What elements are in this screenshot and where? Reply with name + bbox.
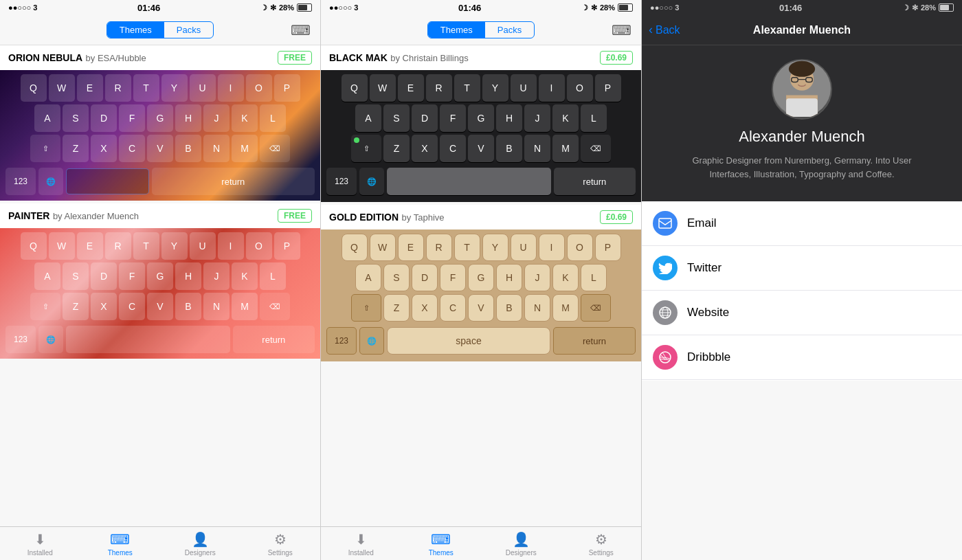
key-pn[interactable]: N — [203, 293, 230, 320]
key-dy[interactable]: Y — [482, 74, 508, 102]
key-gh[interactable]: H — [496, 264, 522, 291]
key-gs[interactable]: S — [383, 264, 410, 291]
key-b[interactable]: B — [175, 135, 201, 162]
key-dr[interactable]: R — [426, 74, 452, 102]
key-y[interactable]: Y — [161, 74, 188, 102]
key-pv[interactable]: V — [147, 293, 173, 320]
key-pb[interactable]: B — [175, 293, 201, 320]
theme-blackmak[interactable]: BLACK MAK by Christain Billings £0.69 Q … — [321, 45, 641, 202]
key-gp[interactable]: P — [595, 234, 621, 261]
key-db[interactable]: B — [496, 135, 522, 162]
tab-installed-1[interactable]: ⬇ Installed — [0, 527, 80, 560]
shift-d-key[interactable]: ⇧ — [351, 135, 381, 162]
key-g[interactable]: G — [147, 104, 173, 132]
segmented-control-1[interactable]: Themes Packs — [107, 21, 214, 38]
key-px[interactable]: X — [91, 293, 117, 320]
backspace-d-key[interactable]: ⌫ — [581, 135, 611, 162]
key-pq[interactable]: Q — [21, 232, 47, 260]
tab-settings-1[interactable]: ⚙ Settings — [240, 527, 321, 560]
key-dv[interactable]: V — [468, 135, 494, 162]
key-gbk[interactable]: B — [496, 294, 522, 322]
key-pj[interactable]: J — [203, 262, 230, 290]
key-w[interactable]: W — [49, 74, 75, 102]
key-gv[interactable]: V — [468, 294, 494, 322]
link-website[interactable]: Website — [642, 291, 962, 335]
key-gf[interactable]: F — [440, 264, 466, 291]
num-p-key[interactable]: 123 — [5, 326, 36, 353]
key-go[interactable]: O — [567, 234, 593, 261]
key-pt[interactable]: T — [133, 232, 159, 260]
num-d-key[interactable]: 123 — [326, 168, 357, 195]
num-g-key[interactable]: 123 — [326, 327, 357, 355]
key-ps[interactable]: S — [63, 262, 89, 290]
key-gj[interactable]: J — [524, 264, 550, 291]
key-gi[interactable]: I — [539, 234, 565, 261]
return-g-key[interactable]: return — [553, 327, 636, 355]
key-gt[interactable]: T — [454, 234, 480, 261]
key-du[interactable]: U — [511, 74, 537, 102]
key-ds[interactable]: S — [383, 104, 410, 132]
key-pl[interactable]: L — [260, 262, 286, 290]
key-v[interactable]: V — [147, 135, 173, 162]
shift-g-key[interactable]: ⇧ — [351, 294, 381, 322]
key-di[interactable]: I — [539, 74, 565, 102]
tab-designers-2[interactable]: 👤 Designers — [481, 527, 561, 560]
key-dg[interactable]: G — [468, 104, 494, 132]
return-p-key[interactable]: return — [233, 326, 315, 353]
key-de[interactable]: E — [398, 74, 424, 102]
key-dd[interactable]: D — [412, 104, 438, 132]
key-gx[interactable]: X — [412, 294, 438, 322]
shift-key[interactable]: ⇧ — [30, 135, 60, 162]
backspace-g-key[interactable]: ⌫ — [581, 294, 611, 322]
key-da[interactable]: A — [355, 104, 381, 132]
key-pa[interactable]: A — [34, 262, 60, 290]
key-gg[interactable]: G — [468, 264, 494, 291]
key-dt[interactable]: T — [454, 74, 480, 102]
key-e[interactable]: E — [77, 74, 103, 102]
keyboard-icon-2[interactable]: ⌨ — [612, 22, 631, 38]
key-dj[interactable]: J — [524, 104, 550, 132]
key-pe[interactable]: E — [77, 232, 103, 260]
key-gm[interactable]: M — [552, 294, 579, 322]
segmented-control-2[interactable]: Themes Packs — [427, 21, 535, 38]
key-f[interactable]: F — [119, 104, 145, 132]
key-h[interactable]: H — [175, 104, 201, 132]
globe-g-key[interactable]: 🌐 — [359, 327, 384, 355]
key-df[interactable]: F — [440, 104, 466, 132]
key-dm[interactable]: M — [552, 135, 579, 162]
key-pm[interactable]: M — [232, 293, 258, 320]
key-n[interactable]: N — [203, 135, 230, 162]
backspace-p-key[interactable]: ⌫ — [260, 293, 290, 320]
packs-tab-1[interactable]: Packs — [164, 22, 213, 38]
key-gy[interactable]: Y — [482, 234, 508, 261]
key-gq[interactable]: Q — [342, 234, 368, 261]
return-d-key[interactable]: return — [554, 168, 636, 195]
key-s[interactable]: S — [63, 104, 89, 132]
key-gn[interactable]: N — [524, 294, 550, 322]
key-py[interactable]: Y — [161, 232, 188, 260]
key-gw[interactable]: W — [370, 234, 396, 261]
key-pg[interactable]: G — [147, 262, 173, 290]
key-ga[interactable]: A — [355, 264, 381, 291]
text-input[interactable] — [66, 168, 149, 194]
key-i[interactable]: I — [218, 74, 244, 102]
key-dx[interactable]: X — [412, 135, 438, 162]
tab-designers-1[interactable]: 👤 Designers — [160, 527, 240, 560]
tab-themes-2[interactable]: ⌨ Themes — [401, 527, 482, 560]
key-p[interactable]: P — [274, 74, 300, 102]
key-gl[interactable]: L — [581, 264, 607, 291]
key-pp[interactable]: P — [274, 232, 300, 260]
key-do[interactable]: O — [567, 74, 593, 102]
key-dw[interactable]: W — [370, 74, 396, 102]
globe-key[interactable]: 🌐 — [38, 168, 63, 195]
back-button[interactable]: ‹ Back — [649, 23, 680, 37]
key-gd[interactable]: D — [412, 264, 438, 291]
key-u[interactable]: U — [190, 74, 216, 102]
key-m[interactable]: M — [232, 135, 258, 162]
key-pu[interactable]: U — [190, 232, 216, 260]
key-l[interactable]: L — [260, 104, 286, 132]
key-t[interactable]: T — [133, 74, 159, 102]
key-pi[interactable]: I — [218, 232, 244, 260]
key-r[interactable]: R — [105, 74, 131, 102]
key-dq[interactable]: Q — [342, 74, 368, 102]
